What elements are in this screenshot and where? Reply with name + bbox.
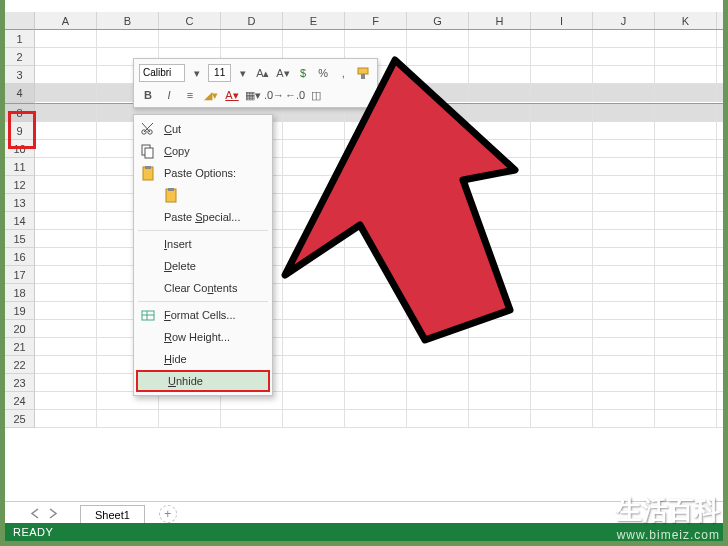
menu-delete[interactable]: Delete (134, 255, 272, 277)
row-header[interactable]: 19 (5, 302, 35, 320)
mini-toolbar[interactable]: Calibri ▾ 11 ▾ A▴ A▾ $ % , B I ≡ ◢▾ A▾ ▦… (133, 58, 378, 108)
menu-label: Delete (164, 260, 196, 272)
menu-label: Paste Options: (164, 167, 236, 179)
svg-rect-5 (145, 148, 153, 158)
align-icon[interactable]: ≡ (181, 86, 199, 104)
menu-separator (138, 301, 268, 302)
menu-unhide[interactable]: Unhide (136, 370, 270, 392)
watermark-url: www.bimeiz.com (616, 528, 720, 542)
menu-copy[interactable]: Copy (134, 140, 272, 162)
row-header[interactable]: 3 (5, 66, 35, 84)
column-header[interactable]: I (531, 12, 593, 29)
italic-button[interactable]: I (160, 86, 178, 104)
bold-button[interactable]: B (139, 86, 157, 104)
font-color-icon[interactable]: A▾ (223, 86, 241, 104)
menu-paste-default[interactable] (134, 184, 272, 206)
row-header[interactable]: 15 (5, 230, 35, 248)
menu-paste-special[interactable]: Paste Special... (134, 206, 272, 228)
menu-label: Unhide (168, 375, 203, 387)
row-header[interactable]: 20 (5, 320, 35, 338)
menu-insert[interactable]: Insert (134, 233, 272, 255)
row[interactable] (35, 410, 723, 428)
menu-cut[interactable]: CCutut (134, 118, 272, 140)
menu-format-cells[interactable]: Format Cells... (134, 304, 272, 326)
column-headers: ABCDEFGHIJK (35, 12, 723, 30)
row-header[interactable]: 13 (5, 194, 35, 212)
row-header[interactable]: 14 (5, 212, 35, 230)
row-header[interactable]: 2 (5, 48, 35, 66)
decrease-font-icon[interactable]: A▾ (274, 64, 291, 82)
column-header[interactable]: H (469, 12, 531, 29)
format-painter-icon[interactable] (355, 64, 372, 82)
row-header[interactable]: 1 (5, 30, 35, 48)
scissors-icon (140, 121, 156, 137)
status-text: READY (13, 526, 53, 538)
row-header[interactable]: 18 (5, 284, 35, 302)
column-header[interactable]: C (159, 12, 221, 29)
menu-clear-contents[interactable]: Clear Contents (134, 277, 272, 299)
column-header[interactable]: E (283, 12, 345, 29)
copy-icon (140, 143, 156, 159)
column-header[interactable]: F (345, 12, 407, 29)
format-cells-icon (140, 307, 156, 323)
svg-rect-9 (168, 188, 174, 191)
svg-rect-7 (145, 166, 151, 169)
comma-icon[interactable]: , (335, 64, 352, 82)
highlight-rows-4-8 (8, 111, 36, 149)
excel-window: ABCDEFGHIJK 1234891011121314151617181920… (5, 0, 723, 541)
merge-icon[interactable]: ◫ (307, 86, 325, 104)
row-header[interactable]: 11 (5, 158, 35, 176)
currency-icon[interactable]: $ (295, 64, 312, 82)
column-header[interactable]: D (221, 12, 283, 29)
watermark: 生活百科 www.bimeiz.com (616, 493, 720, 542)
row-header[interactable]: 21 (5, 338, 35, 356)
add-sheet-button[interactable]: + (159, 505, 177, 523)
menu-hide[interactable]: Hide (134, 348, 272, 370)
dropdown-icon[interactable]: ▾ (234, 64, 251, 82)
tab-next-icon[interactable] (47, 508, 58, 519)
tab-prev-icon[interactable] (30, 508, 41, 519)
menu-row-height[interactable]: Row Height... (134, 326, 272, 348)
font-name-selector[interactable]: Calibri (139, 64, 185, 82)
percent-icon[interactable]: % (315, 64, 332, 82)
row[interactable] (35, 30, 723, 48)
row-header[interactable]: 16 (5, 248, 35, 266)
menu-label: Row Height... (164, 331, 230, 343)
column-header[interactable]: B (97, 12, 159, 29)
decrease-decimal-icon[interactable]: ←.0 (286, 86, 304, 104)
column-header[interactable]: J (593, 12, 655, 29)
row-header[interactable]: 17 (5, 266, 35, 284)
row-header[interactable]: 23 (5, 374, 35, 392)
column-header[interactable]: G (407, 12, 469, 29)
row-header[interactable]: 22 (5, 356, 35, 374)
menu-label: Paste Special... (164, 211, 240, 223)
borders-icon[interactable]: ▦▾ (244, 86, 262, 104)
fill-color-icon[interactable]: ◢▾ (202, 86, 220, 104)
clipboard-paste-icon (164, 187, 180, 203)
font-size-selector[interactable]: 11 (208, 64, 231, 82)
clipboard-icon (140, 165, 156, 181)
menu-separator (138, 230, 268, 231)
row-headers: 12348910111213141516171819202122232425 (5, 30, 35, 428)
menu-label: Copy (164, 145, 190, 157)
menu-label: Hide (164, 353, 187, 365)
row-header[interactable]: 4 (5, 84, 35, 102)
increase-font-icon[interactable]: A▴ (254, 64, 271, 82)
row-header[interactable]: 12 (5, 176, 35, 194)
menu-label: Clear Contents (164, 282, 237, 294)
column-header[interactable]: K (655, 12, 717, 29)
column-header[interactable]: A (35, 12, 97, 29)
row-header[interactable]: 25 (5, 410, 35, 428)
menu-label: Insert (164, 238, 192, 250)
dropdown-icon[interactable]: ▾ (188, 64, 205, 82)
context-menu: CCutut Copy Paste Options: Paste Special… (133, 114, 273, 396)
watermark-title: 生活百科 (616, 493, 720, 528)
menu-label: Format Cells... (164, 309, 236, 321)
svg-rect-0 (358, 68, 368, 74)
menu-label: CCutut (164, 123, 181, 135)
menu-paste-options[interactable]: Paste Options: (134, 162, 272, 184)
select-all-corner[interactable] (5, 12, 35, 30)
tab-sheet1[interactable]: Sheet1 (80, 505, 145, 524)
increase-decimal-icon[interactable]: .0→ (265, 86, 283, 104)
row-header[interactable]: 24 (5, 392, 35, 410)
